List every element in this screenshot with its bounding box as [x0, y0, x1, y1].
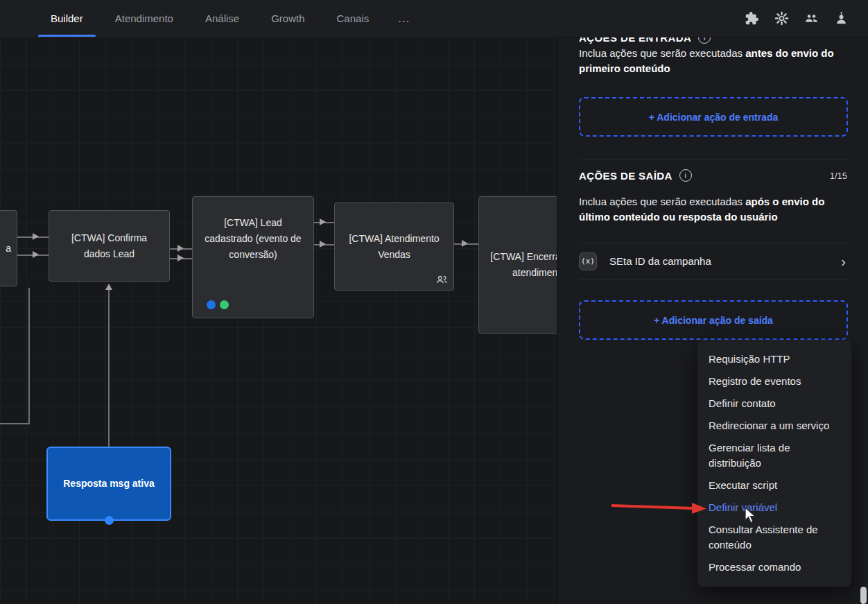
app-window: Builder Atendimento Análise Growth Canai… [0, 0, 868, 604]
flow-node-lead-cadastrado[interactable]: [CTWA] Lead cadastrado (evento de conver… [192, 196, 314, 318]
connector-arrow-icon [320, 241, 326, 248]
entry-desc-lead: Inclua ações que serão executadas [579, 47, 745, 59]
flow-canvas[interactable]: a [CTWA] Confirma dados Lead [CTWA] Lead… [0, 37, 557, 604]
exit-action-item[interactable]: (x) SEta ID da campanha › [579, 243, 847, 279]
node-label: [CTWA] Atendimento Vendas [346, 231, 442, 263]
menu-item-consultar-assistente[interactable]: Consultar Assistente de conteúdo [697, 519, 851, 556]
more-tabs-button[interactable]: … [385, 0, 424, 37]
connector-arrow-icon [33, 251, 39, 258]
connector-arrow-icon [105, 284, 112, 290]
add-entry-action-button[interactable]: + Adicionar ação de entrada [579, 97, 848, 137]
tab-analise[interactable]: Análise [189, 0, 255, 37]
menu-item-gerenciar-lista[interactable]: Gerenciar lista de distribuição [697, 437, 851, 474]
node-label: Resposta msg ativa [63, 476, 155, 492]
menu-item-processar-comando[interactable]: Processar comando [697, 556, 851, 578]
tab-atendimento[interactable]: Atendimento [99, 0, 189, 37]
connector-arrow-icon [177, 245, 184, 252]
entry-actions-title: AÇÕES DE ENTRADA [579, 37, 691, 44]
menu-item-definir-contato[interactable]: Definir contato [697, 392, 851, 415]
connector-arrow-icon [177, 254, 184, 261]
community-icon[interactable] [804, 11, 819, 26]
node-label: [CTWA] Confirma dados Lead [60, 230, 158, 262]
node-label: [CTWA] Lead cadastrado (evento de conver… [204, 215, 302, 263]
node-label: a [6, 241, 11, 257]
menu-item-definir-variavel[interactable]: Definir variável [697, 497, 851, 519]
assistant-icon[interactable] [834, 11, 849, 26]
navbar-icons [745, 0, 868, 37]
exit-actions-header: AÇÕES DE SAÍDA i 1/15 [579, 169, 847, 182]
section-divider [579, 159, 847, 160]
settings-icon[interactable] [774, 11, 789, 26]
connector-arrow-icon [462, 240, 468, 247]
connector [108, 286, 110, 447]
top-navbar: Builder Atendimento Análise Growth Canai… [0, 0, 868, 37]
contacts-icon [435, 273, 448, 286]
tab-canais[interactable]: Canais [321, 0, 385, 37]
menu-item-requisicao-http[interactable]: Requisição HTTP [697, 348, 851, 370]
flow-node-confirma-dados-lead[interactable]: [CTWA] Confirma dados Lead [49, 210, 170, 282]
flow-node-atendimento-vendas[interactable]: [CTWA] Atendimento Vendas [334, 202, 454, 291]
scrollbar-thumb[interactable] [860, 587, 867, 604]
add-action-menu: Requisição HTTP Registro de eventos Defi… [697, 340, 851, 587]
menu-item-executar-script[interactable]: Executar script [697, 474, 851, 497]
flow-node-resposta-msg-ativa[interactable]: Resposta msg ativa [46, 447, 171, 521]
info-icon[interactable]: i [679, 169, 692, 182]
flow-node-partial[interactable]: a [0, 210, 17, 286]
exit-actions-title: AÇÕES DE SAÍDA [579, 170, 672, 182]
connection-port[interactable] [207, 300, 216, 309]
connector [28, 288, 30, 424]
connection-port[interactable] [105, 516, 114, 525]
exit-action-label: SEta ID da campanha [609, 255, 841, 267]
connector-arrow-icon [33, 233, 39, 240]
extension-icon[interactable] [745, 11, 759, 26]
connector-arrow-icon [320, 218, 326, 225]
menu-item-registro-de-eventos[interactable]: Registro de eventos [697, 370, 851, 392]
info-icon[interactable]: i [698, 37, 711, 44]
variable-icon: (x) [579, 252, 597, 270]
add-exit-action-button[interactable]: + Adicionar ação de saída [579, 300, 848, 340]
connector [0, 423, 30, 424]
node-label: [CTWA] Encerramento atendimento [490, 249, 557, 281]
entry-actions-header: AÇÕES DE ENTRADA i [579, 37, 847, 45]
exit-desc-lead: Inclua ações que serão executadas [579, 196, 745, 207]
tab-growth[interactable]: Growth [255, 0, 320, 37]
exit-actions-description: Inclua ações que serão executadas após o… [579, 194, 852, 225]
exit-actions-count: 1/15 [830, 171, 847, 181]
tab-builder[interactable]: Builder [35, 0, 99, 37]
menu-item-redirecionar-servico[interactable]: Redirecionar a um serviço [697, 415, 851, 437]
entry-actions-description: Inclua ações que serão executadas antes … [579, 46, 852, 76]
flow-node-encerramento[interactable]: [CTWA] Encerramento atendimento [478, 196, 557, 334]
connection-port[interactable] [220, 300, 229, 309]
chevron-right-icon: › [841, 254, 847, 268]
